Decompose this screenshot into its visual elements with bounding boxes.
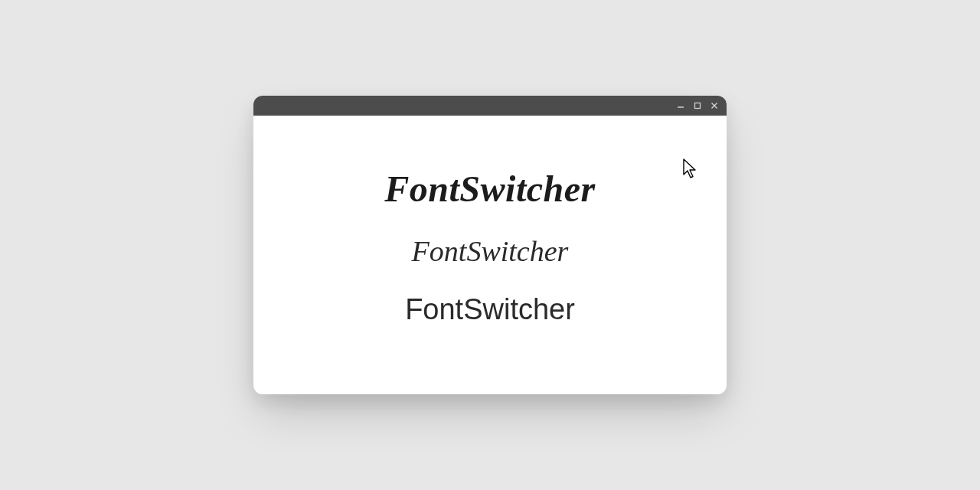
minimize-icon <box>677 102 684 109</box>
minimize-button[interactable] <box>676 101 685 110</box>
font-sample-2: FontSwitcher <box>412 237 569 266</box>
font-sample-3: FontSwitcher <box>405 295 575 324</box>
svg-rect-1 <box>695 103 701 109</box>
titlebar[interactable] <box>253 96 727 116</box>
maximize-icon <box>694 102 701 109</box>
close-icon <box>710 102 718 109</box>
close-button[interactable] <box>710 101 719 110</box>
font-sample-1: FontSwitcher <box>384 171 595 207</box>
maximize-button[interactable] <box>693 101 702 110</box>
content-area: FontSwitcher FontSwitcher FontSwitcher <box>253 116 727 394</box>
app-window: FontSwitcher FontSwitcher FontSwitcher <box>253 96 727 394</box>
